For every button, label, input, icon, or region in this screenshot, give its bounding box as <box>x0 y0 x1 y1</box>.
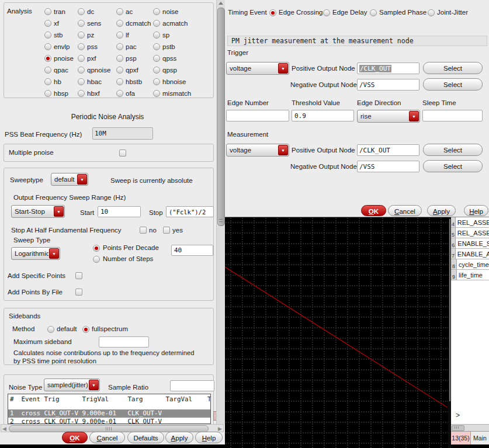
range-mode-dropdown[interactable]: Start-Stop ▼ <box>11 205 65 218</box>
sweeptype-dropdown[interactable]: default ▼ <box>51 173 88 186</box>
analysis-option-tran[interactable]: tran <box>44 6 78 18</box>
table-row[interactable]: 2 cross CLK_OUT-V 9.000e-01 CLK_OUT-V <box>8 418 210 424</box>
sample-ratio-input[interactable] <box>170 380 214 391</box>
noise-type-dropdown[interactable]: sampled(jitter) ▼ <box>44 378 100 391</box>
scrollbar-thumb[interactable] <box>452 425 464 431</box>
analysis-option-xf[interactable]: xf <box>44 18 78 29</box>
list-item[interactable]: 9 life_time <box>451 270 489 280</box>
edge-number-input[interactable] <box>226 110 289 121</box>
measurement-negative-select-button[interactable]: Select <box>423 160 483 172</box>
stop-half-no-checkbox[interactable] <box>140 227 147 234</box>
add-specific-points-checkbox[interactable] <box>75 272 82 279</box>
ok-button[interactable]: OK <box>62 432 88 443</box>
trigger-negative-select-button[interactable]: Select <box>423 78 483 91</box>
expand-arrow-icon[interactable]: > <box>456 411 460 419</box>
vertical-scrollbar[interactable] <box>216 0 225 424</box>
analysis-option-ac[interactable]: ac <box>116 6 153 18</box>
apply-button[interactable]: Apply <box>165 432 193 443</box>
edge-delay-radio[interactable] <box>323 9 330 16</box>
horizontal-scrollbar[interactable]: ◀ ▶ <box>1 424 224 432</box>
add-points-by-file-checkbox[interactable] <box>75 289 82 296</box>
analysis-option-pz[interactable]: pz <box>78 29 116 41</box>
analysis-option-qpnoise[interactable]: qpnoise <box>78 64 116 76</box>
analysis-option-stb[interactable]: stb <box>44 29 78 41</box>
number-of-steps-radio[interactable] <box>93 256 100 263</box>
cancel-button[interactable]: Cancel <box>89 432 125 443</box>
start-input[interactable] <box>98 206 141 217</box>
analysis-option-envlp[interactable]: envlp <box>44 41 78 53</box>
analysis-option-hbac[interactable]: hbac <box>78 76 116 88</box>
apply-button[interactable]: Apply <box>427 205 456 216</box>
sweep-type-dropdown[interactable]: Logarithmic ▼ <box>11 247 60 260</box>
edge-crossing-radio[interactable] <box>269 9 276 16</box>
tab-13-35[interactable]: 13(35) <box>451 432 471 444</box>
analysis-option-dc[interactable]: dc <box>78 6 116 18</box>
analysis-option-pstb[interactable]: pstb <box>153 41 214 53</box>
sidebar-horizontal-scrollbar[interactable] <box>451 424 489 431</box>
trigger-negative-node-field[interactable]: /VSS <box>357 79 419 91</box>
maximum-sideband-input[interactable] <box>99 336 149 348</box>
analysis-option-acmatch[interactable]: acmatch <box>153 18 214 29</box>
measurement-signal-type-dropdown[interactable]: voltage ▼ <box>226 144 289 157</box>
analysis-option-psp[interactable]: psp <box>116 53 153 64</box>
analysis-option-pss[interactable]: pss <box>78 41 116 53</box>
analysis-option-qpss[interactable]: qpss <box>153 53 214 64</box>
sleep-time-input[interactable] <box>422 110 483 121</box>
trigger-positive-select-button[interactable]: Select <box>423 62 483 74</box>
scroll-right-icon[interactable]: ▶ <box>218 426 222 432</box>
cancel-button[interactable]: Cancel <box>388 205 422 216</box>
scrollbar-thumb[interactable] <box>217 8 225 226</box>
analysis-option-pnoise[interactable]: pnoise <box>44 53 78 64</box>
method-fullspectrum-radio[interactable] <box>82 326 89 333</box>
stop-half-yes-checkbox[interactable] <box>163 227 170 234</box>
list-item[interactable]: 5 REL_ASSERT <box>451 228 489 238</box>
list-item[interactable]: 4 REL_ASSERT <box>451 217 489 228</box>
table-row[interactable]: 1 cross CLK_OUT-V 9.000e-01 CLK_OUT-V <box>8 409 210 418</box>
points-per-decade-radio[interactable] <box>93 245 100 252</box>
stop-input[interactable] <box>166 206 214 217</box>
scrollbar-thumb[interactable] <box>449 219 450 401</box>
analysis-option-hb[interactable]: hb <box>44 76 78 88</box>
analysis-option-dcmatch[interactable]: dcmatch <box>116 18 153 29</box>
analysis-option-qpsp[interactable]: qpsp <box>153 64 214 76</box>
scroll-up-icon[interactable] <box>219 2 223 5</box>
tab-main[interactable]: Main <box>471 432 489 444</box>
measurement-positive-select-button[interactable]: Select <box>423 144 483 156</box>
trigger-signal-type-dropdown[interactable]: voltage ▼ <box>226 62 289 75</box>
trigger-positive-node-field[interactable]: /CLK_OUT <box>357 62 419 74</box>
events-table-header: # Event Trig TrigVal Targ TargVal TD <box>8 394 210 409</box>
pss-beat-frequency-field[interactable]: 10M <box>92 127 153 140</box>
analysis-option-hbstb[interactable]: hbstb <box>116 76 153 88</box>
measurement-positive-node-field[interactable]: /CLK_OUT <box>357 144 419 156</box>
measurement-negative-node-field[interactable]: /VSS <box>357 161 419 172</box>
analysis-option-pxf[interactable]: pxf <box>78 53 116 64</box>
defaults-button[interactable]: Defaults <box>127 432 164 443</box>
analysis-option-hbsp[interactable]: hbsp <box>44 88 78 99</box>
help-button[interactable]: Help <box>464 205 488 216</box>
list-item[interactable]: 6 ENABLE_SM <box>451 238 489 249</box>
analysis-option-qpac[interactable]: qpac <box>44 64 78 76</box>
analysis-option-sens[interactable]: sens <box>78 18 116 29</box>
list-item[interactable]: 7 ENABLE_ASS <box>451 249 489 259</box>
analysis-option-hbnoise[interactable]: hbnoise <box>153 76 214 88</box>
list-item[interactable]: 8 cycle_time <box>451 259 489 270</box>
edge-direction-dropdown[interactable]: rise ▼ <box>357 110 420 123</box>
analysis-option-hbxf[interactable]: hbxf <box>78 88 116 99</box>
analysis-option-ofa[interactable]: ofa <box>116 88 153 99</box>
stop-label: Stop <box>149 209 163 216</box>
joint-jitter-radio[interactable] <box>428 9 435 16</box>
sampled-phase-radio[interactable] <box>370 9 377 16</box>
analysis-option-noise[interactable]: noise <box>153 6 214 18</box>
method-default-radio[interactable] <box>47 326 54 333</box>
analysis-option-pac[interactable]: pac <box>116 41 153 53</box>
help-button[interactable]: Help <box>195 432 223 443</box>
analysis-option-lf[interactable]: lf <box>116 29 153 41</box>
scroll-left-icon[interactable]: ◀ <box>2 426 6 432</box>
threshold-value-input[interactable] <box>292 110 354 121</box>
analysis-option-mismatch[interactable]: mismatch <box>153 88 214 99</box>
multiple-pnoise-checkbox[interactable] <box>119 150 126 157</box>
ok-button[interactable]: OK <box>361 205 386 216</box>
points-per-decade-input[interactable] <box>171 245 213 256</box>
analysis-option-sp[interactable]: sp <box>153 29 214 41</box>
analysis-option-qpxf[interactable]: qpxf <box>116 64 153 76</box>
